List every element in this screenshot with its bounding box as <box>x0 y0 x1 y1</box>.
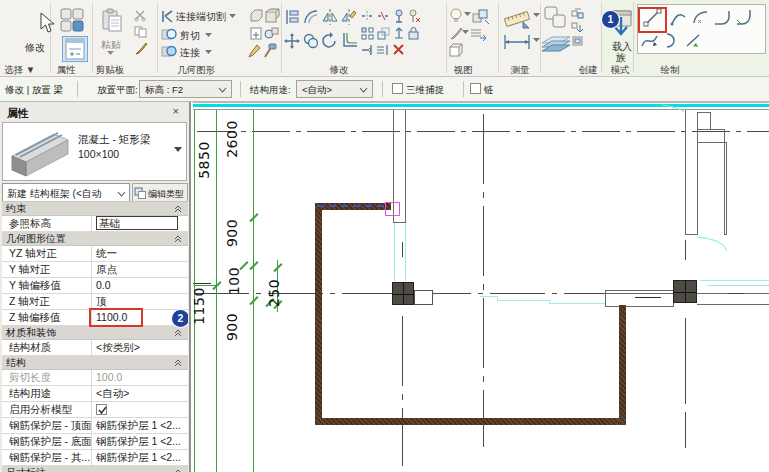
pin-icon[interactable] <box>393 9 405 23</box>
cope-remove-icon[interactable] <box>265 8 280 23</box>
aligned-dimension-icon[interactable] <box>503 33 531 51</box>
mirror-draw-axis-icon[interactable] <box>341 9 357 25</box>
join-end-cut-dropdown-icon[interactable] <box>229 14 236 18</box>
wall-jog[interactable] <box>710 112 711 129</box>
beam-right-segment[interactable] <box>619 305 626 425</box>
measure-ruler-icon[interactable] <box>503 6 531 30</box>
wall-edge[interactable] <box>724 129 725 235</box>
close-icon[interactable]: × <box>173 105 179 117</box>
property-value[interactable]: 原点 <box>92 262 188 277</box>
create-similar-icon[interactable] <box>540 31 572 55</box>
create-parts-icon[interactable] <box>572 23 584 34</box>
array-icon[interactable] <box>361 27 374 40</box>
apply-coping-icon[interactable] <box>264 26 279 41</box>
scale-icon[interactable] <box>377 27 390 40</box>
measure-dropdown-icon[interactable] <box>533 13 540 17</box>
join-dropdown-icon[interactable] <box>205 50 212 54</box>
grid-line-vertical-right-upper[interactable] <box>685 240 686 260</box>
structural-column[interactable] <box>392 282 414 305</box>
dimension-dropdown-icon[interactable] <box>533 38 540 42</box>
section-header[interactable]: 几何图形位置 <box>2 232 188 246</box>
grid-line-vertical-center[interactable] <box>483 114 484 447</box>
panel-label-select[interactable]: 选择 ▼ <box>4 64 35 77</box>
cut-icon[interactable] <box>134 10 146 21</box>
split-element-icon[interactable] <box>361 10 373 22</box>
beam-left-segment[interactable] <box>315 203 322 425</box>
section-header[interactable]: 材质和装饰 <box>2 326 188 340</box>
wall-jog[interactable] <box>697 112 711 113</box>
section-header[interactable]: 结构 <box>2 356 188 370</box>
property-value[interactable]: 基础 <box>92 216 188 231</box>
offset-icon[interactable] <box>303 9 319 25</box>
draw-arc-start-end-icon[interactable] <box>670 9 687 26</box>
wall-edge[interactable] <box>697 142 727 143</box>
override-graphics-brush-icon[interactable] <box>449 27 463 41</box>
align-icon[interactable] <box>284 9 300 25</box>
bulb-dropdown-icon[interactable] <box>464 12 471 16</box>
cut-profile-icon[interactable] <box>250 27 263 40</box>
dimension-line-c[interactable] <box>253 110 254 472</box>
wall-edge[interactable] <box>697 293 728 294</box>
cut-dropdown-icon[interactable] <box>205 33 212 37</box>
copy-icon[interactable] <box>134 26 147 38</box>
type-properties-icon[interactable] <box>60 8 86 33</box>
draw-partial-ellipse-icon[interactable] <box>663 33 680 48</box>
wall-joins-pencil-icon[interactable] <box>248 44 261 58</box>
create-view-icon[interactable] <box>572 36 584 47</box>
beam-bottom-segment[interactable] <box>315 418 626 425</box>
wall-edge[interactable] <box>697 304 769 305</box>
type-selector-dropdown-icon[interactable] <box>174 147 182 156</box>
paste-dropdown-icon[interactable] <box>107 51 114 55</box>
property-value[interactable]: <自动> <box>92 386 188 401</box>
3d-snap-checkbox[interactable] <box>392 83 403 94</box>
trim-multiple-icon[interactable] <box>376 44 389 56</box>
edit-type-button[interactable]: 编辑类型 <box>132 183 188 202</box>
wall-end-cap[interactable] <box>393 222 406 223</box>
unpin-icon[interactable] <box>407 9 420 23</box>
cope-icon[interactable] <box>250 9 263 22</box>
grid-line-vertical-right-lower[interactable] <box>685 412 686 448</box>
hide-isolate-icon[interactable] <box>472 8 490 24</box>
cut-geometry-icon[interactable] <box>162 27 177 41</box>
property-value[interactable] <box>92 402 188 417</box>
wall-edge[interactable] <box>697 129 725 130</box>
rotate-icon[interactable] <box>321 32 338 49</box>
instance-selector-combo[interactable]: 新建 结构框架 (<自动 <box>2 183 130 202</box>
chain-checkbox[interactable] <box>470 83 481 94</box>
move-icon[interactable] <box>284 33 300 49</box>
demolish-hammer-icon[interactable] <box>262 43 277 58</box>
join-geometry-icon[interactable] <box>162 44 177 58</box>
copy-elements-icon[interactable] <box>303 33 319 49</box>
paste-icon[interactable] <box>101 8 123 34</box>
delete-icon[interactable] <box>392 43 405 56</box>
wall-edge[interactable] <box>685 110 686 235</box>
view-box-icon[interactable] <box>449 43 463 57</box>
draw-arc-center-icon[interactable] <box>692 9 709 26</box>
trim-extend-icon[interactable] <box>341 32 358 49</box>
grid-line-vertical-right-mid[interactable] <box>685 318 686 404</box>
dimension-text[interactable]: 900 <box>224 219 240 247</box>
type-selector[interactable]: 混凝土 - 矩形梁 100×100 <box>2 122 187 181</box>
properties-toggle-button[interactable] <box>62 36 88 62</box>
create-assembly-icon[interactable] <box>572 9 584 20</box>
property-value[interactable]: 钢筋保护层 1 <2... <box>92 450 188 465</box>
cut-geometry-label[interactable]: 剪切 <box>180 29 200 43</box>
property-value[interactable]: 100.0 <box>92 370 188 385</box>
draw-fillet-arc-icon[interactable] <box>736 9 753 26</box>
load-family-label-2[interactable]: 族 <box>616 51 626 65</box>
property-value[interactable]: 顶 <box>92 294 188 309</box>
property-value[interactable]: 统一 <box>92 246 188 261</box>
drawing-area[interactable]: 5850 1150 2600 900 100 900 250 <box>191 102 769 472</box>
grid-line-vertical-left-upper[interactable] <box>402 242 403 257</box>
structural-column[interactable] <box>673 280 697 303</box>
wall-edge[interactable] <box>697 112 698 235</box>
structural-usage-combo[interactable]: <自动> <box>296 80 373 98</box>
join-geometry-label[interactable]: 连接 <box>180 46 200 60</box>
dimension-line-b[interactable] <box>216 110 217 472</box>
draw-arc-tangent-icon[interactable] <box>714 9 731 26</box>
paste-label[interactable]: 粘贴 <box>101 38 121 52</box>
create-group-icon[interactable] <box>544 6 567 29</box>
draw-spline-icon[interactable] <box>641 33 658 48</box>
placement-plane-combo[interactable]: 标高 : F2 <box>139 80 232 98</box>
property-value[interactable]: <按类别> <box>92 340 188 355</box>
